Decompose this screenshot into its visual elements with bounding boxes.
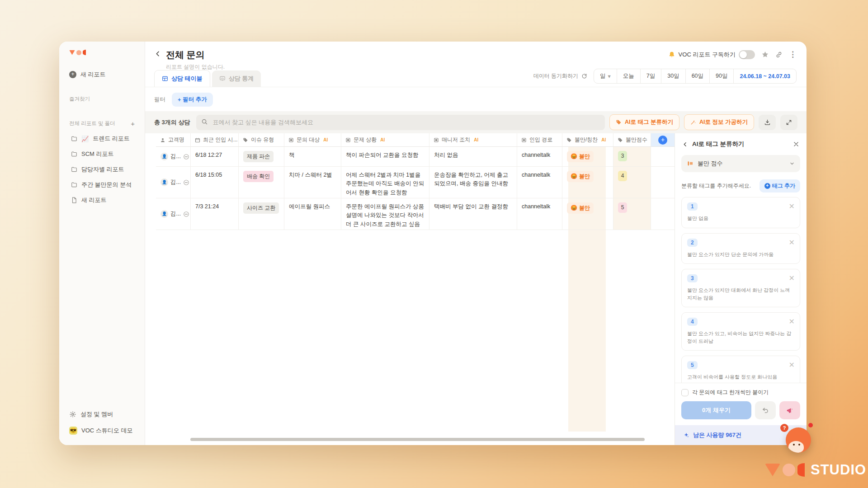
folder-icon bbox=[71, 151, 77, 157]
workspace-demo-button[interactable]: 😎 VOC 스튜디오 데모 bbox=[59, 422, 145, 439]
range-7d[interactable]: 7일 bbox=[640, 69, 661, 83]
checkbox-label: 각 문의에 태그 한개씩만 붙이기 bbox=[692, 389, 769, 396]
sidebar-item-label: 새 리포트 bbox=[81, 196, 107, 204]
data-sync-button[interactable]: 데이터 동기화하기 bbox=[533, 72, 587, 80]
studio-wordmark: STUDIO bbox=[811, 462, 866, 478]
star-icon[interactable] bbox=[761, 51, 769, 58]
workspace-emoji-icon: 😎 bbox=[69, 427, 77, 435]
remove-tag-icon[interactable]: ✕ bbox=[789, 238, 795, 247]
add-column-button[interactable]: + bbox=[651, 133, 675, 147]
workspace-demo-label: VOC 스튜디오 데모 bbox=[81, 427, 132, 435]
ai-tag-classify-button[interactable]: AI로 태그 분류하기 bbox=[609, 114, 679, 130]
search-input[interactable] bbox=[196, 115, 605, 130]
sidebar-new-report-button[interactable]: + 새 리포트 bbox=[59, 67, 145, 82]
close-icon[interactable] bbox=[793, 141, 799, 147]
angry-emoji-icon: 😡 bbox=[571, 152, 577, 161]
sidebar-item-scm-report[interactable]: SCM 리포트 bbox=[59, 146, 145, 162]
tag-column-dropdown[interactable]: 불만 점수 bbox=[681, 155, 800, 172]
range-unit-dropdown[interactable]: 일▾ bbox=[594, 69, 617, 83]
table-row[interactable]: 👤 김... 7/3 21:24 사이즈 교환 에이프릴 원피스 주문한 에이프… bbox=[156, 198, 675, 230]
magic-wand-icon bbox=[690, 119, 696, 125]
logo-o-shape bbox=[76, 50, 81, 55]
date-range-value[interactable]: 24.06.18 ~ 24.07.03 bbox=[733, 69, 796, 83]
range-90d[interactable]: 90일 bbox=[709, 69, 733, 83]
remove-tag-icon[interactable]: ✕ bbox=[789, 317, 795, 326]
column-header-score[interactable]: 불만점수 bbox=[613, 133, 651, 147]
link-icon[interactable] bbox=[775, 51, 783, 58]
cell-time: 6/18 15:05 bbox=[191, 167, 239, 198]
logo-c-shape bbox=[797, 463, 805, 477]
score-chip: 5 bbox=[618, 202, 627, 213]
cell-score: 4 bbox=[613, 167, 651, 198]
download-button[interactable] bbox=[759, 115, 776, 130]
column-header-sentiment[interactable]: 불만/칭찬 AI bbox=[562, 133, 613, 147]
logo-v-shape bbox=[765, 464, 780, 476]
table-row[interactable]: 👤 김... 6/18 15:05 배송 확인 치마 / 스웨터 2벌 어제 스… bbox=[156, 167, 675, 198]
panel-back-icon[interactable] bbox=[682, 141, 688, 147]
tag-card-2: 2 ✕ 불만 요소가 있지만 단순 문의에 가까움 bbox=[681, 233, 800, 264]
remove-tag-icon[interactable]: ✕ bbox=[789, 274, 795, 282]
tag-number: 3 bbox=[687, 274, 698, 282]
column-header-customer[interactable]: 고객명 bbox=[156, 133, 191, 147]
column-header-time[interactable]: 최근 인입 시... bbox=[191, 133, 239, 147]
help-badge[interactable]: ? bbox=[780, 424, 788, 432]
table-row[interactable]: 👤 김... 6/18 12:27 제품 파손 책 책이 파손되어 교환을 요청… bbox=[156, 147, 675, 167]
remove-tag-icon[interactable]: ✕ bbox=[789, 361, 795, 369]
ai-enrich-button[interactable]: AI로 정보 가공하기 bbox=[684, 114, 754, 130]
chat-bubble-icon[interactable] bbox=[183, 154, 189, 160]
column-header-problem[interactable]: 문제 상황 AI bbox=[341, 133, 429, 147]
sidebar-item-manager-report[interactable]: 담당자별 리포트 bbox=[59, 162, 145, 177]
ai-badge: AI bbox=[601, 137, 606, 142]
settings-members-button[interactable]: 설정 및 멤버 bbox=[59, 406, 145, 422]
plus-circle-icon: + bbox=[764, 183, 770, 189]
add-filter-button[interactable]: + 필터 추가 bbox=[172, 93, 213, 107]
add-report-icon[interactable]: + bbox=[131, 120, 135, 127]
tab-consult-stats[interactable]: 상담 통계 bbox=[212, 70, 261, 87]
chat-bubble-icon[interactable] bbox=[183, 179, 189, 186]
cell-sentiment: 😡불만 bbox=[562, 198, 613, 230]
settings-members-label: 설정 및 멤버 bbox=[80, 410, 113, 418]
cell-score: 5 bbox=[613, 198, 651, 230]
back-button[interactable] bbox=[154, 50, 161, 57]
range-today[interactable]: 오늘 bbox=[617, 69, 640, 83]
cell-target: 에이프릴 원피스 bbox=[284, 198, 341, 230]
sidebar-item-trend-report[interactable]: 📈 트렌드 리포트 bbox=[59, 131, 145, 146]
sidebar-item-label: 트렌드 리포트 bbox=[93, 135, 130, 143]
cell-score: 3 bbox=[613, 147, 651, 167]
horizontal-scrollbar[interactable] bbox=[190, 438, 645, 441]
avatar: 👤 bbox=[160, 178, 168, 186]
more-menu-icon[interactable]: ⋮ bbox=[789, 50, 797, 59]
page-title: 전체 문의 bbox=[166, 49, 225, 61]
range-30d[interactable]: 30일 bbox=[661, 69, 685, 83]
add-tag-button[interactable]: + 태그 추가 bbox=[760, 179, 800, 192]
sentiment-chip: 😡불만 bbox=[567, 171, 594, 182]
tag-description: 불만 요소가 있지만 대화에서 화난 감정이 느껴지지는 않음 bbox=[687, 286, 794, 301]
column-header-channel[interactable]: 인입 경로 bbox=[517, 133, 562, 147]
sidebar-item-weekly-complaint[interactable]: 주간 불만문의 분석 bbox=[59, 177, 145, 192]
chat-bubble-icon[interactable] bbox=[183, 211, 189, 217]
expand-button[interactable] bbox=[780, 115, 797, 130]
folder-icon bbox=[71, 136, 77, 142]
single-tag-checkbox-row[interactable]: 각 문의에 태그 한개씩만 붙이기 bbox=[681, 389, 800, 396]
column-header-action[interactable]: 매니저 조치 AI bbox=[429, 133, 517, 147]
column-header-issue[interactable]: 이슈 유형 bbox=[239, 133, 284, 147]
table-header-row: 고객명 최근 인입 시... 이슈 유형 문의 대상 AI bbox=[156, 133, 675, 147]
tab-consult-table[interactable]: 상담 테이블 bbox=[154, 70, 210, 87]
consultation-count: 총 3개의 상담 bbox=[154, 118, 190, 127]
tab-bar: 상담 테이블 상담 통계 데이터 동기화하기 일▾ 오늘 7일 30일 60일 … bbox=[145, 68, 807, 87]
support-chat-mascot[interactable] bbox=[786, 427, 811, 453]
caret-down-icon: ▾ bbox=[608, 73, 610, 80]
fill-tags-button[interactable]: 0개 채우기 bbox=[681, 401, 751, 419]
column-header-target[interactable]: 문의 대상 AI bbox=[284, 133, 341, 147]
bell-icon bbox=[668, 51, 675, 58]
range-60d[interactable]: 60일 bbox=[685, 69, 709, 83]
subscribe-toggle[interactable] bbox=[739, 50, 755, 59]
sentiment-chip: 😡불만 bbox=[567, 202, 594, 214]
chart-emoji-icon: 📈 bbox=[81, 136, 89, 142]
checkbox-unchecked[interactable] bbox=[681, 389, 689, 396]
remove-tag-icon[interactable]: ✕ bbox=[789, 202, 795, 211]
sidebar-item-new-report[interactable]: 새 리포트 bbox=[59, 192, 145, 208]
tag-number: 4 bbox=[687, 318, 698, 326]
announce-button[interactable] bbox=[779, 401, 800, 419]
undo-button[interactable] bbox=[755, 401, 776, 419]
